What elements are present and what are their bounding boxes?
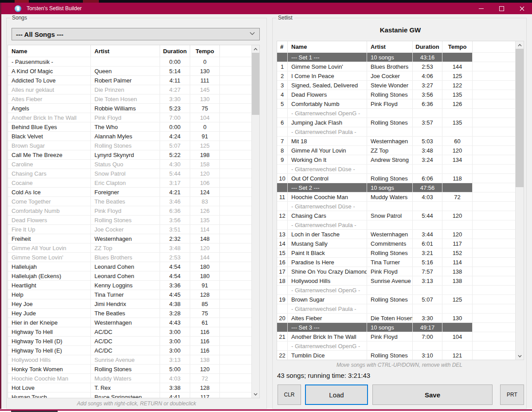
setlist-scrollbar[interactable]	[515, 41, 524, 360]
setlist-song-row[interactable]: 4 Dead Flowers Rolling Stones 3:56 135	[277, 90, 524, 99]
song-artist-cell: Snow Patrol	[91, 169, 160, 178]
song-row[interactable]: Black Velvet Alannah Myles 4:24 91	[8, 131, 259, 141]
song-row[interactable]: Human Touch Bruce Springsteen 4:41 117	[8, 392, 259, 398]
song-row[interactable]: Comfortably Numb Pink Floyd 6:36 126	[8, 206, 259, 215]
setlist-song-row[interactable]: 9 Working On It Andrew Strong 3:24 134	[277, 155, 524, 164]
setlist-song-row[interactable]: 19 Brown Sugar Rolling Stones 5:07 125	[277, 294, 524, 304]
setlist-song-row[interactable]: 12 Chasing Cars Snow Patrol 5:44 120	[277, 211, 524, 220]
print-button[interactable]: PRT	[500, 385, 524, 405]
setlist-song-row[interactable]: 6 Jumping Jack Flash Rolling Stones 3:57…	[277, 118, 524, 127]
song-artist-cell: Westernhagen	[91, 234, 160, 243]
song-row[interactable]: Dead Flowers Rolling Stones 3:56 135	[8, 215, 259, 224]
setlist-note-row[interactable]: - Gitarrenwechsel Düse -	[277, 164, 524, 173]
scroll-up-icon[interactable]	[516, 41, 524, 49]
save-button[interactable]: Save	[372, 385, 493, 405]
setlist-song-row[interactable]: 5 Comfortably Numb Pink Floyd 6:36 126	[277, 99, 524, 108]
setlist-song-row[interactable]: 3 Signed, Sealed, Delivered Stevie Wonde…	[277, 80, 524, 90]
song-row[interactable]: - Pausenmusik - 0:00 0	[8, 57, 259, 66]
song-tempo-cell: 145	[190, 85, 220, 94]
setlist-song-row[interactable]: 20 Altes Fieber Die Toten Hosen 3:30 130	[277, 313, 524, 322]
song-row[interactable]: Hallelujah Leonard Cohen 4:54 180	[8, 262, 259, 271]
setlist-song-row[interactable]: 22 Tumblin Dice Rolling Stones 3:10 121	[277, 350, 524, 360]
scroll-down-icon[interactable]	[516, 352, 524, 360]
song-tempo-cell: 125	[190, 141, 220, 150]
setlist-song-row[interactable]: 13 Loch in der Tasche Westernhagen 3:44 …	[277, 229, 524, 239]
song-row[interactable]: Cold As Ice Foreigner 4:21 124	[8, 187, 259, 196]
setlist-song-row[interactable]: 17 Shine On You Crazy Diamond Pink Floyd…	[277, 267, 524, 276]
song-row[interactable]: Caroline Status Quo 4:30 158	[8, 159, 259, 169]
close-button[interactable]	[512, 3, 532, 14]
song-row[interactable]: Fire It Up Joe Cocker 3:51 114	[8, 224, 259, 234]
song-row[interactable]: Brown Sugar Rolling Stones 5:07 125	[8, 141, 259, 150]
song-extra-cell	[220, 94, 253, 103]
song-row[interactable]: Hot Love T. Rex 3:38 128	[8, 383, 259, 392]
song-row[interactable]: Call Me The Breeze Lynyrd Skynyrd 5:22 1…	[8, 150, 259, 159]
setlist-note-row[interactable]: - Gitarrenwechsel Düse -	[277, 201, 524, 211]
song-row[interactable]: Heartlight Kenny Loggins 3:36 91	[8, 280, 259, 290]
song-row[interactable]: Gimme All Your Lovin ZZ Top 3:48 120	[8, 243, 259, 252]
setlist-set-header-row[interactable]: --- Set 3 --- 10 songs 49:17	[277, 322, 524, 332]
setlist-song-row[interactable]: 18 Hollywood Hills Sunrise Avenue 3:13 1…	[277, 276, 524, 285]
song-row[interactable]: Come Together The Beatles 3:46 83	[8, 196, 259, 206]
song-tempo-cell: 91	[190, 132, 220, 141]
song-row[interactable]: Hallelujah (Eckens) Leonard Cohen 4:54 1…	[8, 271, 259, 280]
songs-scrollbar[interactable]	[251, 45, 259, 398]
songs-scrollbar-thumb[interactable]	[252, 53, 259, 115]
minimize-button[interactable]	[471, 3, 491, 14]
setlist-song-row[interactable]: 16 Paradise Is Here Tina Turner 5:16 114	[277, 257, 524, 267]
setlist-song-row[interactable]: 1 Gimme Some Lovin' Blues Brothers 2:53 …	[277, 62, 524, 71]
setlist-note-row[interactable]: - Gitarrenwechsel Paula -	[277, 220, 524, 229]
song-row[interactable]: A Kind Of Magic Queen 5:14 130	[8, 66, 259, 75]
setlist-note-row[interactable]: - Gitarrenwechsel OpenG -	[277, 285, 524, 294]
setlist-panel-label: Setlist	[276, 15, 294, 21]
setlist-song-row[interactable]: 2 I Come In Peace Joe Cocker 4:06 125	[277, 71, 524, 80]
song-row[interactable]: Highway To Hell AC/DC 3:00 116	[8, 327, 259, 336]
clear-button[interactable]: CLR	[278, 385, 301, 405]
song-row[interactable]: Gimme Some Lovin' Blues Brothers 2:53 14…	[8, 252, 259, 262]
song-row[interactable]: Help Tina Turner 4:45 128	[8, 290, 259, 299]
song-row[interactable]: Addicted To Love Robert Palmer 4:11 111	[8, 75, 259, 85]
setlist-song-row[interactable]: 14 Mustang Sally Commitments 6:01 117	[277, 239, 524, 248]
song-row[interactable]: Hoochie Coochie Man Muddy Waters 4:03 72	[8, 373, 259, 383]
setlist-artist-cell	[367, 304, 413, 313]
setlist-song-row[interactable]: 11 Hoochie Coochie Man Muddy Waters 4:03…	[277, 192, 524, 201]
song-row[interactable]: Hey Joe Jimi Hendrix 4:38 85	[8, 299, 259, 308]
setlist-note-row[interactable]: - Gitarrenwechsel OpenG -	[277, 108, 524, 118]
setlist-set-header-row[interactable]: --- Set 1 --- 10 songs 43:16	[277, 52, 524, 62]
song-row[interactable]: Hey Jude The Beatles 3:28 75	[8, 308, 259, 318]
setlist-note-row[interactable]: - Gitarrenwechsel Paula -	[277, 127, 524, 136]
setlist-tempo-cell	[442, 304, 473, 313]
song-row[interactable]: Angels Robbie Williams 5:23 75	[8, 103, 259, 113]
setlist-note-row[interactable]: - Gitarrenwechsel Paula -	[277, 304, 524, 313]
song-filter-dropdown[interactable]: --- All Songs ---	[12, 28, 260, 40]
setlist-note-row[interactable]: - Gitarrenwechsel OpenG -	[277, 341, 524, 350]
song-row[interactable]: Alles nur geklaut Die Prinzen 4:27 145	[8, 85, 259, 94]
setlist-song-row[interactable]: 21 Another Brick In The Wall Pink Floyd …	[277, 332, 524, 341]
song-row[interactable]: Freiheit Westernhagen 2:32 148	[8, 234, 259, 243]
song-row[interactable]: Altes Fieber Die Toten Hosen 3:30 130	[8, 94, 259, 103]
song-row[interactable]: Highway To Hell (D) AC/DC 3:00 116	[8, 336, 259, 345]
setlist-tempo-cell: 120	[442, 230, 473, 239]
song-row[interactable]: Behind Blue Eyes The Who 0:00 0	[8, 122, 259, 131]
song-row[interactable]: Another Brick In The Wall Pink Floyd 7:0…	[8, 113, 259, 122]
setlist-scrollbar-thumb[interactable]	[516, 49, 524, 187]
setlist-name-cell: Loch in der Tasche	[288, 230, 367, 239]
song-row[interactable]: Highway To Hell (E) AC/DC 3:00 116	[8, 345, 259, 355]
song-row[interactable]: Honky Tonk Women Rolling Stones 5:00 120	[8, 364, 259, 373]
setlist-set-header-row[interactable]: --- Set 2 --- 10 songs 47:56	[277, 183, 524, 192]
scroll-up-icon[interactable]	[252, 45, 259, 53]
song-row[interactable]: Hier in der Kneipe Westernhagen 4:43 61	[8, 318, 259, 327]
setlist-extra-cell	[473, 230, 516, 239]
load-button[interactable]: Load	[305, 385, 368, 405]
maximize-button[interactable]	[491, 3, 512, 14]
setlist-song-row[interactable]: 15 Paint It Black Rolling Stones 3:21 15…	[277, 248, 524, 257]
scroll-down-icon[interactable]	[252, 390, 259, 398]
setlist-song-row[interactable]: 7 Mit 18 Westernhagen 5:03 60	[277, 136, 524, 145]
song-row[interactable]: Cocaine Eric Clapton 3:17 106	[8, 178, 259, 187]
song-row[interactable]: Hollywood Hills Sunrise Avenue 3:13 138	[8, 355, 259, 364]
setlist-duration-cell: 3:24	[413, 155, 442, 164]
setlist-song-row[interactable]: 10 Out Of Control Rolling Stones 6:06 11…	[277, 173, 524, 183]
setlist-note-row[interactable]: - Gitarrenwechsel Düse -	[277, 360, 524, 360]
setlist-song-row[interactable]: 8 Gimme All Your Lovin ZZ Top 3:48 120	[277, 145, 524, 155]
song-row[interactable]: Chasing Cars Snow Patrol 5:44 120	[8, 169, 259, 178]
